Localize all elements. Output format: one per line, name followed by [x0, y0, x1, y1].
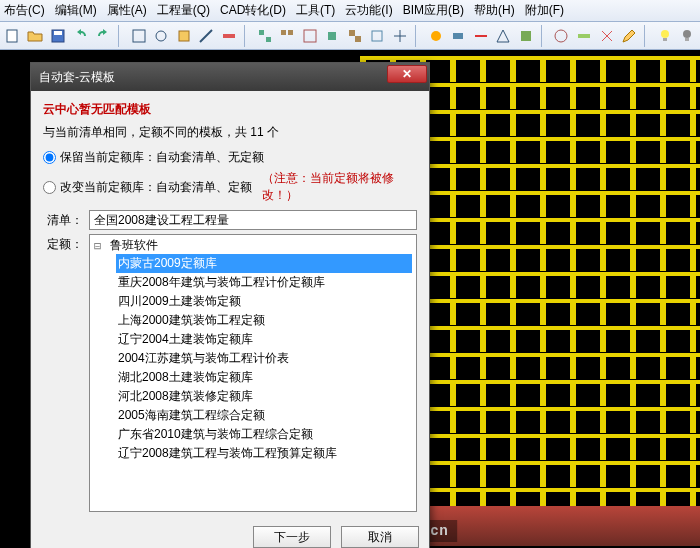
tree-item[interactable]: 湖北2008土建装饰定额库: [116, 368, 412, 387]
svg-rect-0: [7, 30, 17, 42]
tool-icon[interactable]: [218, 25, 240, 47]
svg-rect-13: [349, 30, 355, 36]
tree-collapse-icon[interactable]: ⊟: [94, 239, 108, 253]
tool-bulb-icon[interactable]: [654, 25, 676, 47]
toolbar-separator: [644, 25, 650, 47]
toolbar-separator: [118, 25, 124, 47]
qingdan-input[interactable]: [89, 210, 417, 230]
tool-icon[interactable]: [150, 25, 172, 47]
svg-rect-3: [133, 30, 145, 42]
tool-icon[interactable]: [196, 25, 218, 47]
svg-rect-2: [54, 31, 62, 35]
svg-rect-5: [179, 31, 189, 41]
tree-root-label[interactable]: 鲁班软件: [110, 237, 158, 254]
tree-item[interactable]: 四川2009土建装饰定额: [116, 292, 412, 311]
svg-rect-7: [259, 30, 264, 35]
tool-icon[interactable]: [425, 25, 447, 47]
svg-point-23: [683, 30, 691, 38]
svg-rect-12: [328, 32, 336, 40]
svg-rect-8: [266, 37, 271, 42]
menu-item[interactable]: 布告(C): [4, 2, 45, 19]
dialog-heading: 云中心暂无匹配模板: [43, 101, 417, 118]
next-button[interactable]: 下一步: [253, 526, 331, 548]
tool-icon[interactable]: [254, 25, 276, 47]
svg-rect-22: [663, 38, 667, 41]
tool-icon[interactable]: [470, 25, 492, 47]
tool-bulb-off-icon[interactable]: [676, 25, 698, 47]
svg-rect-11: [304, 30, 316, 42]
cancel-button[interactable]: 取消: [341, 526, 419, 548]
svg-point-4: [156, 31, 166, 41]
tree-item[interactable]: 重庆2008年建筑与装饰工程计价定额库: [116, 273, 412, 292]
tree-item[interactable]: 内蒙古2009定额库: [116, 254, 412, 273]
toolbar-separator: [541, 25, 547, 47]
tree-item[interactable]: 辽宁2004土建装饰定额库: [116, 330, 412, 349]
tree-item[interactable]: 2005海南建筑工程综合定额: [116, 406, 412, 425]
tool-icon[interactable]: [322, 25, 344, 47]
tool-icon[interactable]: [447, 25, 469, 47]
dialog-title: 自动套-云模板: [39, 69, 115, 86]
svg-rect-17: [453, 33, 463, 39]
tool-undo-icon[interactable]: [70, 25, 92, 47]
qingdan-label: 清单：: [43, 212, 83, 229]
svg-rect-9: [281, 30, 286, 35]
tool-open-icon[interactable]: [25, 25, 47, 47]
tool-save-icon[interactable]: [47, 25, 69, 47]
warning-text: （注意：当前定额将被修改！）: [262, 170, 417, 204]
tool-icon[interactable]: [493, 25, 515, 47]
svg-rect-18: [521, 31, 531, 41]
svg-point-16: [431, 31, 441, 41]
tree-item[interactable]: 辽宁2008建筑工程与装饰工程预算定额库: [116, 444, 412, 463]
tree-item[interactable]: 2004江苏建筑与装饰工程计价表: [116, 349, 412, 368]
tool-icon[interactable]: [515, 25, 537, 47]
dialog-button-row: 下一步 取消: [31, 520, 429, 548]
menu-item[interactable]: 帮助(H): [474, 2, 515, 19]
dialog-auto-template: 自动套-云模板 ✕ 云中心暂无匹配模板 与当前清单相同，定额不同的模板，共 11…: [30, 62, 430, 548]
tool-new-icon[interactable]: [2, 25, 24, 47]
menu-item[interactable]: 工具(T): [296, 2, 335, 19]
toolbar-separator: [244, 25, 250, 47]
dialog-body: 云中心暂无匹配模板 与当前清单相同，定额不同的模板，共 11 个 保留当前定额库…: [31, 91, 429, 520]
tool-icon[interactable]: [367, 25, 389, 47]
radio-keep-quota[interactable]: [43, 151, 56, 164]
close-icon: ✕: [402, 67, 412, 81]
svg-rect-24: [685, 38, 689, 41]
tool-icon[interactable]: [299, 25, 321, 47]
close-button[interactable]: ✕: [387, 65, 427, 83]
tree-item[interactable]: 广东省2010建筑与装饰工程综合定额: [116, 425, 412, 444]
menu-item[interactable]: 属性(A): [107, 2, 147, 19]
svg-rect-14: [355, 36, 361, 42]
menu-item[interactable]: CAD转化(D): [220, 2, 286, 19]
menu-item[interactable]: 附加(F): [525, 2, 564, 19]
radio-keep-quota-label: 保留当前定额库：自动套清单、无定额: [60, 149, 264, 166]
toolbar: [0, 22, 700, 50]
dinge-label: 定额：: [43, 234, 83, 512]
tool-icon[interactable]: [276, 25, 298, 47]
svg-point-19: [555, 30, 567, 42]
tool-icon[interactable]: [596, 25, 618, 47]
tool-icon[interactable]: [551, 25, 573, 47]
svg-rect-15: [372, 31, 382, 41]
menu-item[interactable]: 工程量(Q): [157, 2, 210, 19]
tree-item[interactable]: 河北2008建筑装修定额库: [116, 387, 412, 406]
toolbar-separator: [415, 25, 421, 47]
tool-icon[interactable]: [344, 25, 366, 47]
tool-redo-icon[interactable]: [92, 25, 114, 47]
tool-icon[interactable]: [128, 25, 150, 47]
dialog-titlebar[interactable]: 自动套-云模板 ✕: [31, 63, 429, 91]
tool-pencil-icon[interactable]: [618, 25, 640, 47]
menu-item[interactable]: 云功能(I): [345, 2, 392, 19]
menu-item[interactable]: BIM应用(B): [403, 2, 464, 19]
dialog-subheading: 与当前清单相同，定额不同的模板，共 11 个: [43, 124, 417, 141]
menu-item[interactable]: 编辑(M): [55, 2, 97, 19]
dinge-tree[interactable]: ⊟ 鲁班软件 内蒙古2009定额库重庆2008年建筑与装饰工程计价定额库四川20…: [89, 234, 417, 512]
tree-item[interactable]: 上海2000建筑装饰工程定额: [116, 311, 412, 330]
svg-rect-10: [288, 30, 293, 35]
menu-bar: 布告(C) 编辑(M) 属性(A) 工程量(Q) CAD转化(D) 工具(T) …: [0, 0, 700, 22]
radio-change-quota[interactable]: [43, 181, 56, 194]
svg-rect-6: [223, 34, 235, 38]
svg-rect-20: [578, 34, 590, 38]
tool-icon[interactable]: [573, 25, 595, 47]
tool-icon[interactable]: [389, 25, 411, 47]
tool-icon[interactable]: [173, 25, 195, 47]
